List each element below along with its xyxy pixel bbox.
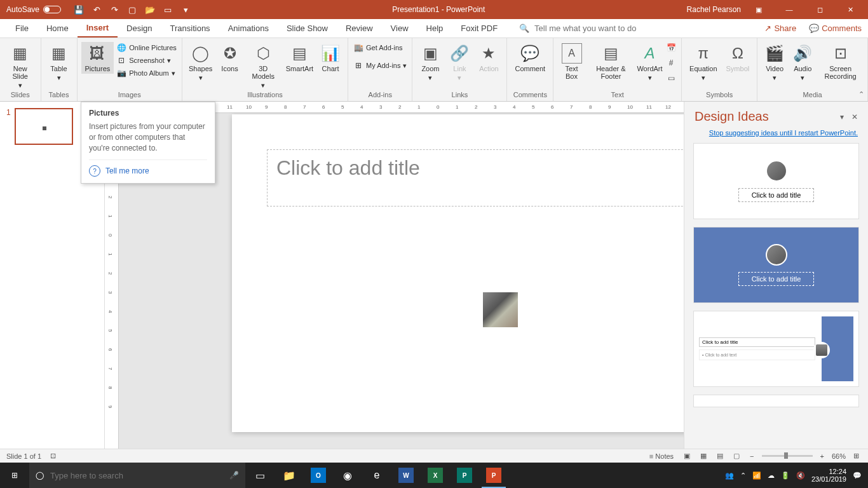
audio-button[interactable]: 🔊Audio▾ [789, 42, 816, 83]
icons-button[interactable]: ✪Icons [217, 42, 243, 74]
stop-suggesting-link[interactable]: Stop suggesting ideas until I restart Po… [684, 129, 868, 143]
notes-button[interactable]: ≡ Notes [647, 452, 676, 460]
windows-search[interactable]: ◯ 🎤 [29, 463, 245, 488]
photo-album-button[interactable]: 📷Photo Album ▾ [115, 67, 178, 79]
tray-expand-icon[interactable]: ⌃ [740, 471, 746, 480]
get-addins-button[interactable]: 🏬Get Add-ins [352, 42, 408, 53]
redo-icon[interactable]: ↷ [109, 4, 119, 15]
smartart-button[interactable]: ▤SmartArt [283, 42, 316, 74]
word-icon[interactable]: W [391, 463, 421, 488]
pictures-button[interactable]: 🖼Pictures [81, 42, 114, 74]
design-idea-2[interactable]: Click to add title [693, 227, 859, 303]
excel-icon[interactable]: X [421, 463, 450, 488]
close-icon[interactable]: ✕ [837, 0, 863, 19]
tab-file[interactable]: File [6, 20, 37, 37]
wordart-button[interactable]: AWordArt▾ [636, 42, 663, 83]
normal-view-icon[interactable]: ▣ [681, 452, 693, 460]
slideshow-view-icon[interactable]: ▢ [731, 452, 742, 460]
chrome-icon[interactable]: ◉ [333, 463, 362, 488]
start-button[interactable]: ⊞ [0, 463, 29, 488]
clock[interactable]: 12:24 23/01/2019 [811, 468, 846, 483]
qat-dropdown-icon[interactable]: ▾ [180, 4, 191, 15]
collapse-ribbon-icon[interactable]: ⌃ [858, 90, 864, 98]
tab-slideshow[interactable]: Slide Show [278, 20, 337, 37]
slideshow-start-icon[interactable]: ▢ [127, 4, 137, 15]
share-button[interactable]: ↗ Share [758, 21, 803, 36]
header-footer-button[interactable]: ▤Header & Footer [587, 42, 635, 81]
symbol-button[interactable]: ΩSymbol [722, 42, 754, 74]
outlook-icon[interactable]: O [304, 463, 333, 488]
link-button[interactable]: 🔗Link▾ [445, 42, 473, 83]
open-icon[interactable]: 📂 [145, 4, 155, 15]
fit-window-icon[interactable]: ⊞ [851, 452, 862, 460]
toggle-switch[interactable] [43, 6, 61, 13]
design-idea-3[interactable]: Click to add title • Click to add text [693, 311, 859, 387]
tab-insert[interactable]: Insert [78, 19, 118, 37]
zoom-out-icon[interactable]: − [747, 452, 756, 460]
windows-search-input[interactable] [50, 471, 223, 480]
user-name[interactable]: Rachel Pearson [687, 5, 741, 14]
screen-recording-button[interactable]: ⊡Screen Recording [817, 42, 864, 81]
tell-me-input[interactable] [534, 24, 649, 33]
battery-icon[interactable]: 🔋 [781, 471, 790, 480]
table-button[interactable]: ▦Table▾ [45, 42, 73, 83]
comment-button[interactable]: 💬Comment [511, 42, 549, 74]
wifi-icon[interactable]: 📶 [752, 471, 761, 480]
ribbon-options-icon[interactable]: ▣ [746, 0, 771, 19]
slide-number-button[interactable]: # [665, 57, 677, 69]
accessibility-icon[interactable]: ⊡ [50, 452, 56, 460]
zoom-button[interactable]: ▣Zoom▾ [416, 42, 444, 83]
online-pictures-button[interactable]: 🌐Online Pictures [115, 42, 178, 53]
volume-icon[interactable]: 🔇 [796, 471, 805, 480]
screenshot-button[interactable]: ⊡Screenshot ▾ [115, 55, 178, 66]
publisher-icon[interactable]: P [450, 463, 479, 488]
object-button[interactable]: ▭ [665, 72, 677, 84]
shapes-button[interactable]: ◯Shapes▾ [186, 42, 215, 83]
tab-home[interactable]: Home [37, 20, 78, 37]
zoom-in-icon[interactable]: + [818, 452, 827, 460]
design-idea-1[interactable]: Click to add title [693, 143, 859, 219]
notifications-icon[interactable]: 💬 [853, 471, 862, 480]
design-idea-4[interactable] [693, 395, 859, 407]
file-explorer-icon[interactable]: 📁 [275, 463, 304, 488]
undo-icon[interactable]: ↶ [92, 4, 102, 15]
zoom-level[interactable]: 66% [832, 452, 846, 460]
minimize-icon[interactable]: — [776, 0, 802, 19]
maximize-icon[interactable]: ◻ [807, 0, 832, 19]
tab-transitions[interactable]: Transitions [161, 20, 219, 37]
autosave-toggle[interactable]: AutoSave [6, 5, 61, 14]
video-button[interactable]: 🎬Video▾ [761, 42, 788, 83]
save-icon[interactable]: 💾 [74, 4, 84, 15]
edge-icon[interactable]: e [362, 463, 391, 488]
mic-icon[interactable]: 🎤 [229, 471, 239, 480]
thumbnail-preview[interactable] [15, 108, 73, 145]
people-icon[interactable]: 👥 [725, 471, 734, 480]
textbox-button[interactable]: AText Box [557, 42, 586, 81]
window-icon[interactable]: ▭ [163, 4, 173, 15]
tab-view[interactable]: View [382, 20, 417, 37]
tell-me-search[interactable]: 🔍 [519, 24, 649, 33]
powerpoint-icon[interactable]: P [479, 463, 508, 488]
tab-animations[interactable]: Animations [219, 20, 278, 37]
comments-button[interactable]: 💬 Comments [803, 21, 868, 36]
task-view-icon[interactable]: ▭ [245, 463, 275, 488]
my-addins-button[interactable]: ⊞My Add-ins ▾ [352, 60, 408, 71]
new-slide-button[interactable]: ▦New Slide▾ [4, 42, 37, 91]
pane-close-icon[interactable]: ✕ [851, 112, 858, 121]
tell-me-more-link[interactable]: Tell me more [89, 159, 207, 177]
date-time-button[interactable]: 📅 [665, 42, 677, 53]
tab-foxit[interactable]: Foxit PDF [452, 20, 506, 37]
title-placeholder[interactable]: Click to add title [267, 149, 684, 207]
slide-counter[interactable]: Slide 1 of 1 [6, 452, 41, 460]
chart-button[interactable]: 📊Chart [317, 42, 344, 74]
action-button[interactable]: ★Action [475, 42, 503, 74]
pane-options-icon[interactable]: ▾ [840, 112, 844, 121]
equation-button[interactable]: πEquation▾ [686, 42, 721, 83]
onedrive-icon[interactable]: ☁ [768, 471, 775, 480]
inserted-picture[interactable] [483, 292, 518, 327]
tab-design[interactable]: Design [118, 20, 161, 37]
reading-view-icon[interactable]: ▤ [714, 452, 726, 460]
tab-review[interactable]: Review [337, 20, 382, 37]
zoom-slider[interactable] [762, 455, 813, 457]
tab-help[interactable]: Help [417, 20, 452, 37]
